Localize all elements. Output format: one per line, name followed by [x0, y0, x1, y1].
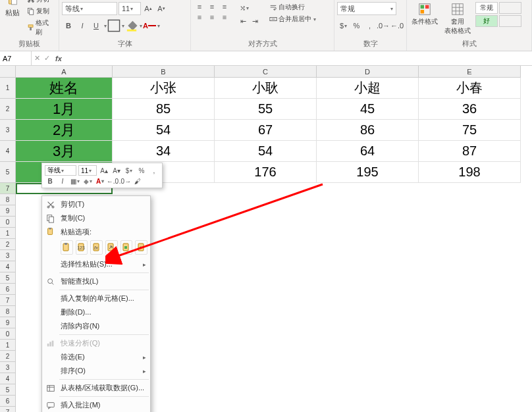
cm-insert-copied[interactable]: 插入复制的单元格(E)...: [42, 292, 150, 305]
align-center-button[interactable]: ≡: [206, 13, 218, 22]
cm-copy[interactable]: 复制(C): [42, 211, 150, 225]
align-left-button[interactable]: ≡: [194, 13, 205, 22]
paste-option-formulas[interactable]: fx: [90, 240, 103, 255]
mini-fill-color[interactable]: ◆▾: [82, 176, 93, 186]
cell[interactable]: 85: [113, 99, 215, 120]
cell[interactable]: 195: [317, 162, 419, 183]
row-header[interactable]: 8: [0, 194, 16, 205]
decrease-decimal-button[interactable]: ←.0: [390, 20, 404, 32]
align-middle-button[interactable]: ≡: [206, 2, 218, 11]
col-header-c[interactable]: C: [215, 66, 317, 78]
col-header-a[interactable]: A: [16, 66, 113, 78]
row-header[interactable]: 1: [0, 340, 16, 351]
cm-paste-special[interactable]: 选择性粘贴(S)... ▸: [42, 257, 150, 271]
cell[interactable]: 1月: [16, 99, 113, 120]
row-header[interactable]: 9: [0, 317, 16, 328]
border-button[interactable]: [107, 20, 120, 32]
mini-percent[interactable]: %: [136, 166, 147, 175]
cm-insert-comment[interactable]: 插入批注(M): [42, 398, 150, 412]
enter-formula-button[interactable]: ✓: [44, 54, 50, 63]
row-header[interactable]: 0: [0, 328, 16, 340]
row-header[interactable]: 7: [0, 295, 16, 306]
cell[interactable]: 64: [317, 141, 419, 162]
fill-color-button[interactable]: [125, 20, 138, 32]
orientation-button[interactable]: ⤭▾: [237, 2, 252, 14]
align-bottom-button[interactable]: ≡: [219, 2, 230, 11]
percent-button[interactable]: %: [350, 20, 363, 32]
paste-option-link[interactable]: [135, 240, 147, 255]
row-header[interactable]: 4: [0, 261, 16, 272]
cell[interactable]: 67: [215, 120, 317, 141]
cm-delete[interactable]: 删除(D)...: [42, 305, 150, 319]
style-placeholder2[interactable]: [499, 15, 521, 27]
increase-font-button[interactable]: A▴: [142, 3, 154, 14]
row-header[interactable]: 4: [0, 373, 16, 384]
paste-button[interactable]: 粘贴: [3, 0, 22, 18]
row-header[interactable]: 5: [0, 272, 16, 284]
cm-cut[interactable]: 剪切(T): [42, 197, 150, 211]
cell[interactable]: 34: [113, 141, 215, 162]
conditional-format-button[interactable]: 条件格式: [410, 2, 440, 26]
row-header[interactable]: 4: [0, 141, 16, 162]
increase-indent-button[interactable]: ⇥: [249, 15, 261, 27]
cm-clear[interactable]: 清除内容(N): [42, 319, 150, 333]
copy-button[interactable]: 复制: [25, 6, 56, 16]
style-placeholder1[interactable]: [499, 2, 521, 14]
cell[interactable]: 36: [419, 99, 521, 120]
row-header[interactable]: 8: [0, 306, 16, 317]
merge-center-button[interactable]: 合并后居中 ▾: [267, 14, 318, 24]
paste-option-all[interactable]: [61, 240, 73, 255]
cell[interactable]: 2月: [16, 120, 113, 141]
paste-option-formatting[interactable]: [120, 240, 133, 255]
mini-comma[interactable]: ,: [149, 166, 159, 175]
cell[interactable]: 55: [215, 99, 317, 120]
table-format-button[interactable]: 套用 表格格式: [442, 2, 473, 36]
cut-button[interactable]: 剪切: [25, 0, 56, 5]
cell[interactable]: 小春: [419, 78, 521, 99]
mini-format-painter[interactable]: 🖌: [132, 176, 143, 186]
cell[interactable]: 75: [419, 120, 521, 141]
bold-button[interactable]: B: [62, 20, 75, 32]
cancel-formula-button[interactable]: ✕: [34, 54, 40, 63]
cell[interactable]: 45: [317, 99, 419, 120]
row-header[interactable]: 1: [0, 78, 16, 99]
accounting-button[interactable]: $▾: [337, 20, 350, 32]
cell[interactable]: 小张: [113, 78, 215, 99]
row-header[interactable]: 5: [0, 384, 16, 396]
decrease-font-button[interactable]: A▾: [155, 3, 167, 14]
row-header[interactable]: 7: [0, 407, 16, 412]
select-all-corner[interactable]: [0, 66, 16, 78]
underline-button[interactable]: U: [90, 20, 103, 32]
row-header[interactable]: 7: [0, 183, 16, 194]
row-header[interactable]: 9: [0, 205, 16, 217]
mini-decrease-font[interactable]: A▾: [111, 166, 122, 175]
align-right-button[interactable]: ≡: [219, 13, 230, 22]
row-header[interactable]: 6: [0, 284, 16, 295]
cell[interactable]: 姓名: [16, 78, 113, 99]
cm-filter[interactable]: 筛选(E) ▸: [42, 350, 150, 364]
col-header-d[interactable]: D: [317, 66, 419, 78]
cell[interactable]: 198: [419, 162, 521, 183]
mini-italic[interactable]: I: [57, 176, 68, 186]
style-good[interactable]: 好: [475, 15, 498, 27]
mini-border[interactable]: ▦▾: [70, 176, 80, 186]
cell[interactable]: 54: [215, 141, 317, 162]
col-header-b[interactable]: B: [113, 66, 215, 78]
mini-font-name[interactable]: 等线 ▾: [45, 165, 76, 176]
font-size-select[interactable]: 11▾: [119, 2, 141, 15]
format-painter-button[interactable]: 格式刷: [25, 18, 56, 38]
cell[interactable]: 小超: [317, 78, 419, 99]
row-header[interactable]: 1: [0, 228, 16, 239]
cell[interactable]: 176: [215, 162, 317, 183]
mini-accounting[interactable]: $▾: [124, 166, 134, 175]
cm-sort[interactable]: 排序(O) ▸: [42, 364, 150, 378]
mini-dec-decimal[interactable]: ←.0: [107, 176, 118, 186]
cm-smart-lookup[interactable]: 智能查找(L): [42, 274, 150, 288]
mini-bold[interactable]: B: [45, 176, 55, 186]
col-header-e[interactable]: E: [419, 66, 521, 78]
row-header[interactable]: 3: [0, 120, 16, 141]
paste-option-values[interactable]: 123: [76, 240, 88, 255]
number-format-select[interactable]: 常规▾: [337, 2, 396, 15]
row-header[interactable]: 2: [0, 99, 16, 120]
font-name-select[interactable]: 等线▾: [62, 2, 117, 15]
